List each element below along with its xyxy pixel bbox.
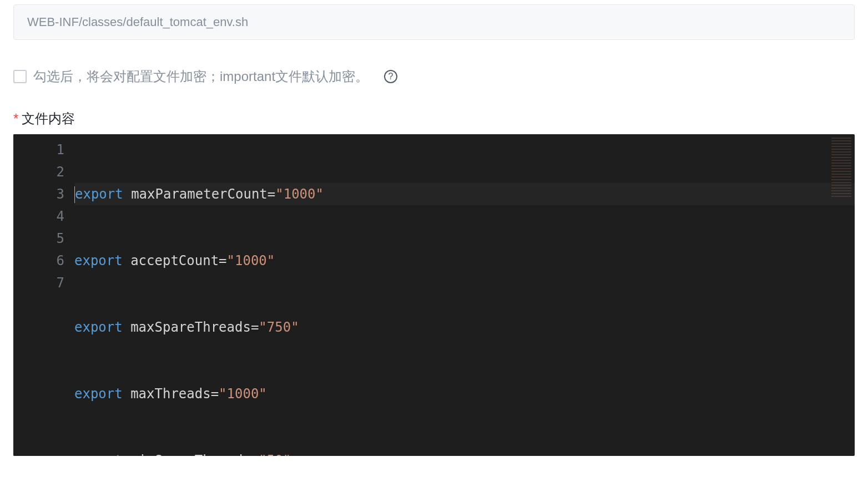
line-number: 7 — [19, 272, 64, 294]
code-string-value: 750 — [267, 319, 291, 335]
code-text: = — [251, 453, 259, 456]
code-text: = — [268, 186, 275, 202]
code-line: export acceptCount="1000" — [74, 250, 855, 272]
code-string-value: 1000 — [284, 186, 316, 202]
encrypt-option-row: 勾选后，将会对配置文件加密；important文件默认加密。 ? — [13, 68, 855, 85]
encrypt-checkbox-label: 勾选后，将会对配置文件加密；important文件默认加密。 — [33, 68, 369, 85]
code-line: export maxParameterCount="1000" — [74, 183, 855, 205]
code-string: "1000" — [227, 253, 275, 268]
line-number: 1 — [19, 139, 64, 161]
keyword: export — [75, 186, 123, 202]
file-path-input[interactable] — [13, 4, 855, 40]
code-text: = — [219, 253, 226, 268]
code-string: "50" — [259, 453, 291, 456]
keyword: export — [74, 253, 123, 268]
code-line: export minSpareThreads="50" — [74, 449, 855, 456]
required-asterisk: * — [13, 111, 18, 126]
line-number: 2 — [19, 161, 64, 183]
code-text: minSpareThreads — [130, 453, 251, 456]
code-string-value: 50 — [267, 453, 283, 456]
line-number: 4 — [19, 205, 64, 227]
code-text: acceptCount — [130, 253, 219, 268]
file-content-label-text: 文件内容 — [22, 111, 75, 126]
line-number: 6 — [19, 250, 64, 272]
help-icon[interactable]: ? — [384, 70, 397, 83]
code-string-value: 1000 — [235, 253, 267, 268]
code-editor[interactable]: 1 2 3 4 5 6 7 export maxParameterCount="… — [13, 134, 855, 456]
file-content-label: *文件内容 — [13, 110, 855, 128]
keyword: export — [74, 319, 123, 335]
code-string: "750" — [259, 319, 299, 335]
editor-content[interactable]: export maxParameterCount="1000" export a… — [74, 134, 855, 456]
line-number: 5 — [19, 227, 64, 250]
code-line: export maxSpareThreads="750" — [74, 316, 855, 338]
code-text: = — [251, 319, 259, 335]
code-line: export maxThreads="1000" — [74, 383, 855, 405]
code-text: = — [211, 386, 219, 402]
code-text: maxThreads — [130, 386, 211, 402]
keyword: export — [74, 453, 123, 456]
code-text: maxParameterCount — [131, 186, 268, 202]
code-text: maxSpareThreads — [130, 319, 251, 335]
code-string-value: 1000 — [227, 386, 259, 402]
code-string: "1000" — [275, 186, 324, 202]
encrypt-checkbox[interactable] — [13, 70, 27, 83]
editor-gutter: 1 2 3 4 5 6 7 — [13, 134, 74, 456]
line-number: 3 — [19, 183, 64, 205]
code-string: "1000" — [219, 386, 267, 402]
keyword: export — [74, 386, 123, 402]
